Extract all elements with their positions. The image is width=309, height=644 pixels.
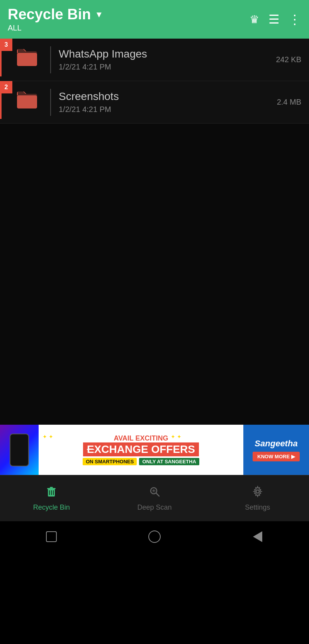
ad-phone-image [0,425,39,475]
empty-content-area [0,124,309,425]
recycle-bin-icon [45,485,58,501]
item-badge: 3 [0,39,12,51]
file-list: 3 WhatsApp Images 1/2/21 4:21 PM 242 KB … [0,39,309,124]
list-item[interactable]: 2 Screenshots 1/2/21 4:21 PM 2.4 MB [0,81,309,124]
ad-title: AVAIL EXCITING [114,434,168,442]
ad-sub-sangeetha: ONLY AT SANGEETHA [139,458,199,465]
deep-scan-icon [148,485,161,501]
crown-icon[interactable]: ♛ [250,13,259,26]
file-date: 1/2/21 4:21 PM [59,105,277,114]
file-size: 2.4 MB [277,98,301,107]
header-icons: ♛ ☰ ⋮ [250,12,301,27]
nav-label-settings: Settings [245,503,270,512]
title-text: Recycle Bin [8,6,91,23]
bottom-navigation: Recycle Bin Deep Scan Settings [0,475,309,521]
app-title: Recycle Bin ▼ [8,6,250,23]
folder-icon [15,90,39,115]
system-recents-button[interactable] [43,528,60,545]
folder-icon-wrap [12,47,42,72]
ad-exchange-text: EXCHANGE OFFERS [83,442,199,456]
nav-label-recycle-bin: Recycle Bin [33,503,70,512]
header: Recycle Bin ▼ ALL ♛ ☰ ⋮ [0,0,309,39]
ad-sub-smartphones: ON SMARTPHONES [83,458,137,465]
more-options-icon[interactable]: ⋮ [288,12,301,27]
folder-icon [15,47,39,72]
dropdown-arrow-icon[interactable]: ▼ [95,10,103,20]
recents-icon [46,531,57,542]
item-divider [50,89,51,116]
file-name: WhatsApp Images [59,48,276,60]
ad-content: ✦ ✦ ✦ ✦ AVAIL EXCITING EXCHANGE OFFERS O… [39,431,243,468]
file-info: WhatsApp Images 1/2/21 4:21 PM [59,48,276,71]
item-badge: 2 [0,81,12,93]
folder-icon-wrap [12,90,42,115]
ad-brand-panel[interactable]: Sangeetha KNOW MORE ▶ [243,425,309,475]
file-info: Screenshots 1/2/21 4:21 PM [59,90,277,114]
ad-cta-button[interactable]: KNOW MORE ▶ [253,452,299,461]
system-navigation-bar [0,521,309,552]
file-name: Screenshots [59,90,277,103]
system-back-button[interactable] [249,528,266,545]
list-view-icon[interactable]: ☰ [268,12,279,27]
system-home-button[interactable] [146,528,163,545]
nav-item-recycle-bin[interactable]: Recycle Bin [0,485,103,512]
home-icon [148,530,161,543]
svg-line-7 [156,493,159,496]
exchange-rest: XCHANGE OFFERS [94,443,195,455]
header-title-area: Recycle Bin ▼ ALL [8,6,250,32]
ad-banner[interactable]: ✦ ✦ ✦ ✦ AVAIL EXCITING EXCHANGE OFFERS O… [0,425,309,475]
ad-stars-left: ✦ ✦ [42,434,53,440]
nav-item-settings[interactable]: Settings [206,485,309,512]
ad-sub-labels: ON SMARTPHONES ONLY AT SANGEETHA [83,458,199,465]
settings-icon [251,485,264,501]
nav-label-deep-scan: Deep Scan [137,503,171,512]
ad-brand-name: Sangeetha [255,439,297,449]
nav-item-deep-scan[interactable]: Deep Scan [103,485,206,512]
back-icon [253,531,262,542]
svg-rect-2 [50,487,53,488]
list-item[interactable]: 3 WhatsApp Images 1/2/21 4:21 PM 242 KB [0,39,309,81]
header-subtitle: ALL [8,24,250,32]
ad-phone-shape [10,434,29,466]
ad-stars-right: ✦ ✦ [171,434,182,440]
file-size: 242 KB [276,55,301,64]
svg-point-11 [256,490,259,493]
item-divider [50,46,51,73]
svg-rect-1 [47,488,56,489]
file-date: 1/2/21 4:21 PM [59,63,276,71]
exchange-ex: E [87,443,94,455]
